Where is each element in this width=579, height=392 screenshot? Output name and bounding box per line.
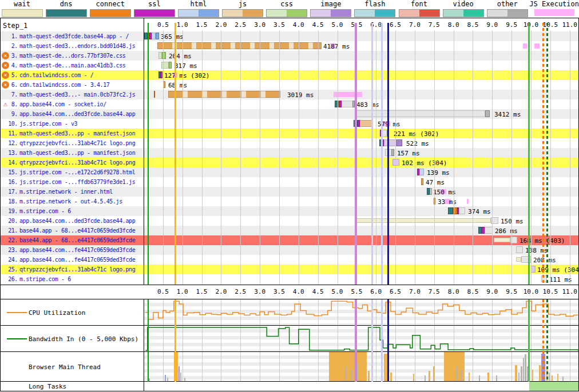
request-url[interactable]: cdn.tailwindcss.com - / [19,72,143,78]
gridline [376,352,376,381]
request-list-row[interactable]: 21.base44.app - 68...e4417c0659ded3fcde [1,226,144,235]
request-url[interactable]: math-quest-de...dors.77bf307e.css [19,53,143,59]
waterfall-row[interactable]: 109 ms (304) [144,265,578,274]
request-url[interactable]: m.stripe.network - out-4.5.45.js [19,198,143,205]
request-list-row[interactable]: ✕6.cdn.tailwindcss.com - 3.4.17 [1,80,144,90]
request-list-row[interactable]: 22.base44.app - 68...e4417c0659ded3fcde [1,235,144,245]
request-list-row[interactable]: 26.m.stripe.com - 6 [1,274,144,284]
resource-type-legend: waitdnsconnectsslhtmljscssimageflashfont… [0,0,579,18]
request-bar-segment-otherL [516,246,523,253]
long-task-block [529,382,578,391]
request-list-row[interactable]: 12.qtrypzzcjebvfci...31ab4c71c_logo.png [1,138,144,148]
request-url[interactable]: qtrypzzcjebvfci...31ab4c71c_logo.png [19,140,143,146]
request-url[interactable]: math-quest-ded3...pp - manifest.json [19,130,143,137]
legend-swatch [266,9,307,17]
request-list-row[interactable]: 11.math-quest-ded3...pp - manifest.json [1,129,144,138]
waterfall-row[interactable]: 139 ms [144,167,578,177]
cpu-utilization-label: CPU Utilization [29,309,85,316]
request-url[interactable]: app.base44.com...ded3fcde.base44.app [19,218,143,224]
request-list-row[interactable]: ✕5.cdn.tailwindcss.com - / [1,70,144,80]
gridline [260,30,260,285]
request-list-row[interactable]: 25.qtrypzzcjebvfci...31ab4c71c_logo.png [1,265,144,274]
request-list-row[interactable]: 9.app.base44.com...ded3fcde.base44.app [1,109,144,119]
waterfall-row[interactable]: 3019 ms [144,90,578,99]
waterfall-row[interactable]: 157 ms [144,148,578,158]
request-list-row[interactable]: 15.js.stripe.com -...e172c2d6f9278.html [1,167,144,177]
request-list-row[interactable]: 2.math-quest-ded3...endors.bdd01d48.js [1,41,144,51]
request-url[interactable]: app.base44.com...ded3fcde.base44.app [19,111,143,117]
waterfall-row[interactable]: 522 ms [144,138,578,148]
waterfall-row[interactable]: 286 ms [144,226,578,235]
request-url[interactable]: app.base44.com...fe4417c0659ded3fcde [19,247,143,253]
request-number: 21. [1,227,18,234]
request-list-row[interactable]: ✕3.math-quest-de...dors.77bf307e.css [1,51,144,61]
waterfall-row[interactable]: 579 ms [144,119,578,129]
request-list-row[interactable]: 18.m.stripe.network - out-4.5.45.js [1,197,144,206]
request-list-row[interactable]: 16.js.stripe.com -...ffdb63779fe3de1.js [1,177,144,187]
waterfall-row[interactable]: 208 ms [144,255,578,265]
gridline [183,352,183,381]
waterfall-row[interactable]: 317 ms [144,61,578,70]
waterfall-row[interactable]: 365 ms [144,31,578,41]
request-list-row[interactable]: 24.app.base44.com...fe4417c0659ded3fcde [1,255,144,265]
waterfall-row[interactable]: 33 ms [144,197,578,206]
request-url[interactable]: base44.app - 68...e4417c0659ded3fcde [19,237,143,243]
waterfall-row[interactable]: 4187 ms [144,41,578,51]
request-url[interactable]: js.stripe.com -...ffdb63779fe3de1.js [19,179,143,185]
request-bar-segment-otherD [391,149,394,156]
main-thread-activity-bar [351,370,352,381]
waterfall-row[interactable]: 138 ms [144,245,578,255]
request-list-row[interactable]: 13.math-quest-ded3...pp - manifest.json [1,148,144,158]
request-list-row[interactable]: ⚠8.app.base44.com - socket.io/ [1,99,144,109]
request-time-label: 102 ms (304) [402,159,447,167]
request-url[interactable]: cdn.tailwindcss.com - 3.4.17 [19,82,143,88]
request-list-row[interactable]: 14.qtrypzzcjebvfci...31ab4c71c_logo.png [1,158,144,167]
gridline [318,352,319,381]
request-url[interactable]: base44.app - 68...e4417c0659ded3fcde [19,227,143,234]
gridline [454,30,454,285]
request-url[interactable]: m.stripe.com - 6 [19,276,143,282]
request-url[interactable]: qtrypzzcjebvfci...31ab4c71c_logo.png [19,159,143,166]
request-bar-segment-jsTan [360,120,372,127]
waterfall-row[interactable]: 204 ms [144,51,578,61]
waterfall-row[interactable]: 3412 ms [144,109,578,119]
request-number: 14. [1,159,18,166]
request-list-row[interactable]: 17.m.stripe.network - inner.html [1,187,144,197]
request-url[interactable]: js.stripe.com -...e172c2d6f9278.html [19,169,143,175]
on-load-line [387,23,389,285]
waterfall-row[interactable]: 221 ms (302) [144,129,578,138]
request-url[interactable]: math-quest-ded3...- main.0cb73fc2.js [19,91,143,98]
request-list-row[interactable]: 1.math-quest-ded3fcde.base44.app - / [1,31,144,41]
request-url[interactable]: m.stripe.network - inner.html [19,189,143,195]
request-bar-segment-htmlL [152,33,156,39]
request-list-row[interactable]: ✕4.math-quest-de...main.aac41db3.css [1,61,144,70]
waterfall-row[interactable]: 483 ms [144,99,578,109]
request-list-row[interactable]: 7.math-quest-ded3...- main.0cb73fc2.js [1,90,144,99]
waterfall-row[interactable]: 102 ms (304) [144,158,578,167]
request-url[interactable]: app.base44.com - socket.io/ [19,101,143,107]
request-url[interactable]: math-quest-de...main.aac41db3.css [19,62,143,69]
request-list-row[interactable]: 19.m.stripe.com - 6 [1,206,144,216]
request-url[interactable]: m.stripe.com - 6 [19,208,143,214]
request-url[interactable]: js.stripe.com - v3 [19,121,143,127]
legend-label: html [191,1,207,8]
waterfall-row[interactable]: 168 ms (403) [144,235,578,245]
request-list-row[interactable]: 23.app.base44.com...fe4417c0659ded3fcde [1,245,144,255]
request-url[interactable]: app.base44.com...fe4417c0659ded3fcde [19,257,143,263]
main-thread-activity-bar [174,352,178,381]
request-list-row[interactable]: 10.js.stripe.com - v3 [1,119,144,129]
waterfall-row[interactable]: 374 ms [144,206,578,216]
request-time-label: 317 ms [175,62,197,70]
waterfall-row[interactable]: 127 ms (302) [144,70,578,80]
waterfall-row[interactable]: 47 ms [144,177,578,187]
waterfall-row[interactable]: 150 ms [144,216,578,226]
legend-swatch [310,9,351,17]
request-url[interactable]: math-quest-ded3fcde.base44.app - / [19,33,143,39]
request-url[interactable]: qtrypzzcjebvfci...31ab4c71c_logo.png [19,266,143,273]
request-url[interactable]: math-quest-ded3...pp - manifest.json [19,150,143,156]
waterfall-row[interactable]: 111 ms [144,274,578,284]
waterfall-row[interactable]: 150 ms [144,187,578,197]
waterfall-row[interactable]: 68 ms [144,80,578,90]
request-url[interactable]: math-quest-ded3...endors.bdd01d48.js [19,43,143,49]
request-list-row[interactable]: 20.app.base44.com...ded3fcde.base44.app [1,216,144,226]
